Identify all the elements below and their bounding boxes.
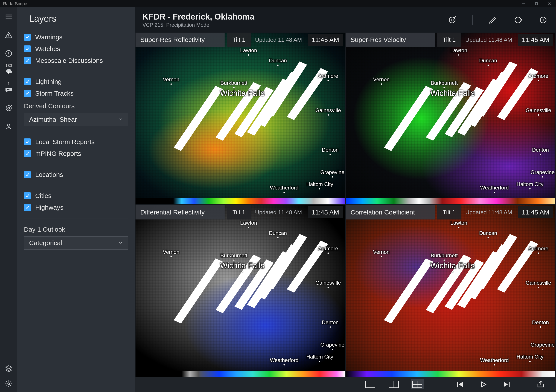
content-area: KFDR - Frederick, Oklahoma VCP 215: Prec… xyxy=(135,7,556,392)
share-button[interactable] xyxy=(534,379,547,390)
play-button[interactable] xyxy=(477,379,490,390)
hamburger-menu-button[interactable] xyxy=(4,13,13,21)
settings-nav-icon[interactable] xyxy=(4,379,13,388)
chat-nav-icon[interactable]: 1 xyxy=(4,86,13,94)
svg-point-13 xyxy=(8,107,10,109)
tilt-selector[interactable]: Tilt 1 xyxy=(437,205,461,220)
draw-tool-button[interactable] xyxy=(488,15,498,25)
layer-toggle-lsr[interactable]: Local Storm Reports xyxy=(24,136,128,148)
colorbar xyxy=(346,198,555,204)
tilt-selector[interactable]: Tilt 1 xyxy=(227,205,251,220)
layer-label: Warnings xyxy=(35,33,62,41)
nav-iconstrip: 130 1 xyxy=(0,7,17,392)
layer-toggle-locations[interactable]: Locations xyxy=(24,169,128,180)
svg-point-18 xyxy=(515,17,521,23)
dropdown-contours[interactable]: Azimuthal Shear xyxy=(24,113,128,126)
layer-label: Cities xyxy=(35,192,52,199)
toolbar-divider xyxy=(472,15,473,25)
layer-toggle-watches[interactable]: Watches xyxy=(24,43,128,55)
layers-nav-icon[interactable] xyxy=(4,364,13,373)
product-selector[interactable]: Differential Reflectivity xyxy=(136,205,224,220)
playback-bar xyxy=(135,377,556,392)
info-nav-icon[interactable] xyxy=(4,49,13,58)
layer-toggle-lightning[interactable]: Lightning xyxy=(24,76,128,87)
layer-toggle-highways[interactable]: Highways xyxy=(24,202,128,213)
layers-panel-title: Layers xyxy=(29,14,128,24)
svg-point-5 xyxy=(8,37,9,37)
lightning-nav-icon[interactable]: 130 xyxy=(4,67,13,76)
target-nav-icon[interactable] xyxy=(4,104,13,113)
svg-point-11 xyxy=(9,89,10,90)
product-selector[interactable]: Correlation Coefficient xyxy=(346,205,435,220)
refresh-tool-button[interactable] xyxy=(513,15,523,25)
grid-4-button[interactable] xyxy=(411,379,424,389)
crosshair-tool-button[interactable] xyxy=(538,15,548,25)
colorbar xyxy=(346,371,555,377)
svg-point-10 xyxy=(8,89,9,90)
dropdown-value: Azimuthal Shear xyxy=(29,116,77,123)
grid-2-button[interactable] xyxy=(387,379,400,389)
dropdown-outlook[interactable]: Categorical xyxy=(24,236,128,250)
tilt-selector[interactable]: Tilt 1 xyxy=(437,33,461,47)
radar-site-title: KFDR - Frederick, Oklahoma xyxy=(142,12,254,22)
layer-label: mPING Reports xyxy=(35,150,81,157)
layer-toggle-meso[interactable]: Mesoscale Discussions xyxy=(24,55,128,66)
radar-panel-cc[interactable]: LawtonDuncanArdmoreVernonBurkburnettWich… xyxy=(346,205,555,377)
colorbar xyxy=(136,371,345,377)
layer-label: Highways xyxy=(35,204,63,211)
product-selector[interactable]: Super-Res Velocity xyxy=(346,33,435,47)
frame-time: 11:45 AM xyxy=(518,34,553,46)
grid-1-button[interactable] xyxy=(364,379,377,389)
svg-rect-1 xyxy=(535,3,538,5)
updated-label: Updated 11:48 AM xyxy=(465,37,512,43)
step-back-button[interactable] xyxy=(453,379,466,390)
radar-panel-vel[interactable]: LawtonDuncanArdmoreVernonBurkburnettWich… xyxy=(346,33,555,204)
dropdown-value: Categorical xyxy=(29,239,62,247)
svg-point-9 xyxy=(7,89,8,90)
target-tool-button[interactable] xyxy=(447,15,457,25)
svg-point-14 xyxy=(8,124,10,126)
playbar-divider xyxy=(524,380,524,389)
frame-time: 11:45 AM xyxy=(308,206,343,218)
chevron-down-icon xyxy=(118,116,123,123)
svg-rect-161 xyxy=(365,381,375,388)
radar-grid: LawtonDuncanArdmoreVernonBurkburnettWich… xyxy=(135,33,556,377)
layer-label: Storm Tracks xyxy=(35,90,74,97)
location-nav-icon[interactable] xyxy=(4,122,13,131)
layer-toggle-warnings[interactable]: Warnings xyxy=(24,31,128,43)
svg-rect-168 xyxy=(509,382,510,387)
step-forward-button[interactable] xyxy=(500,379,513,390)
lightning-count-badge: 130 xyxy=(5,63,12,68)
layer-toggle-tracks[interactable]: Storm Tracks xyxy=(24,87,128,99)
radar-vcp-subtitle: VCP 215: Precipitation Mode xyxy=(142,22,254,28)
updated-label: Updated 11:48 AM xyxy=(255,209,302,216)
layer-label: Locations xyxy=(35,171,63,178)
layer-label: Watches xyxy=(35,45,60,53)
svg-point-20 xyxy=(542,19,544,20)
updated-label: Updated 11:48 AM xyxy=(465,209,512,216)
layer-toggle-cities[interactable]: Cities xyxy=(24,190,128,202)
window-maximize-button[interactable] xyxy=(530,0,543,7)
frame-time: 11:45 AM xyxy=(308,34,343,46)
chat-count-badge: 1 xyxy=(8,82,10,86)
radar-panel-refl[interactable]: LawtonDuncanArdmoreVernonBurkburnettWich… xyxy=(136,33,345,204)
layer-label: Local Storm Reports xyxy=(35,138,94,146)
warnings-nav-icon[interactable] xyxy=(4,31,13,39)
svg-point-17 xyxy=(451,19,453,21)
layer-label: Lightning xyxy=(35,78,62,85)
window-close-button[interactable] xyxy=(543,0,556,7)
tilt-selector[interactable]: Tilt 1 xyxy=(227,33,251,47)
layer-label: Mesoscale Discussions xyxy=(35,57,103,64)
layer-toggle-mping[interactable]: mPING Reports xyxy=(24,148,128,159)
content-topbar: KFDR - Frederick, Oklahoma VCP 215: Prec… xyxy=(135,7,556,33)
radar-panel-zdr[interactable]: LawtonDuncanArdmoreVernonBurkburnettWich… xyxy=(136,205,345,377)
colorbar xyxy=(136,198,345,204)
window-minimize-button[interactable] xyxy=(517,0,530,7)
svg-point-16 xyxy=(449,17,455,23)
product-selector[interactable]: Super-Res Reflectivity xyxy=(136,33,224,47)
app-title: RadarScope xyxy=(3,1,27,6)
window-titlebar: RadarScope xyxy=(0,0,556,7)
frame-time: 11:45 AM xyxy=(518,206,553,218)
updated-label: Updated 11:48 AM xyxy=(255,37,302,43)
svg-point-8 xyxy=(8,55,9,55)
